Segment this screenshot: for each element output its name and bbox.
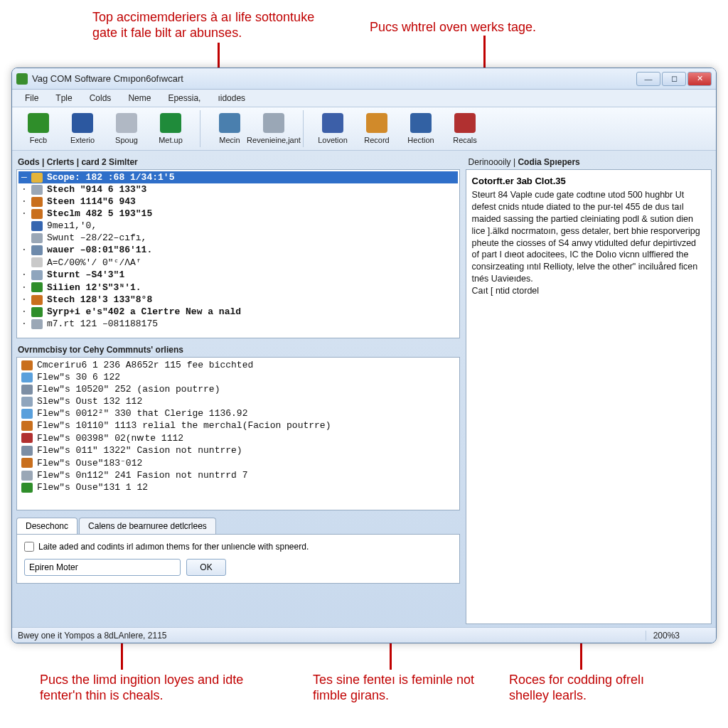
detail-panel[interactable]: Cotorft.er 3ab Clot.35 Steurt 84 Vaple c…: [466, 169, 712, 624]
row-icon: [21, 373, 33, 382]
close-button[interactable]: ✕: [687, 72, 712, 86]
toolbar-recals[interactable]: Recals: [443, 110, 487, 147]
row-text: Flew"s 30 6 122: [37, 372, 120, 382]
panel1-list[interactable]: —Scope: 182 :68 1/34:1'5·Stech "914 6 13…: [16, 169, 460, 338]
option-checkbox[interactable]: [24, 542, 34, 552]
list-item[interactable]: ·Steclm 482 5 193"15: [18, 208, 458, 220]
list-item[interactable]: Slew"s Oust 132 112: [18, 395, 458, 407]
list-item[interactable]: ·Syrp+i e's"402 a Clertre New a nald: [18, 306, 458, 318]
menu-neme[interactable]: Neme: [121, 91, 158, 105]
row-icon: [31, 257, 43, 267]
row-text: Syrp+i e's"402 a Clertre New a nald: [47, 306, 241, 317]
row-icon: [31, 319, 43, 329]
detail-title: Cotorft.er 3ab Clot.35: [472, 176, 705, 186]
list-item[interactable]: Flew"s 00398" 02(nᴡte 1112: [18, 432, 458, 444]
toolbar-icon: [410, 113, 432, 133]
toolbar-label: Lovetion: [318, 136, 348, 144]
row-icon: [21, 483, 33, 493]
minimize-button[interactable]: —: [636, 72, 660, 86]
toolbar-record[interactable]: Record: [355, 110, 399, 147]
row-icon: [21, 421, 33, 431]
toolbar-icon: [219, 113, 240, 133]
toolbar-hection[interactable]: Hection: [399, 110, 443, 147]
toolbar-mecin[interactable]: Mecin: [208, 110, 252, 147]
menu-idodes[interactable]: ıidodes: [210, 91, 252, 105]
row-text: Silien 12'S"3ᴺ'1.: [47, 282, 141, 293]
list-item[interactable]: Flew"s 10110" 1113 relial the merchal(Fa…: [18, 419, 458, 432]
window-title: Vag COM Software Cmıpon6ofıwcart: [32, 73, 636, 84]
list-item[interactable]: Flew"s Ouse"131 1 12: [18, 481, 458, 493]
row-icon: [21, 446, 33, 456]
toolbar-icon: [454, 113, 476, 133]
row-icon: [31, 173, 43, 183]
menu-file[interactable]: File: [18, 91, 46, 105]
menu-tple[interactable]: Tple: [48, 91, 79, 105]
toolbar-metup[interactable]: Met.up: [149, 110, 193, 147]
row-text: Cmceriru6 1 236 A8652r 115 fee bicchted: [37, 360, 253, 370]
row-text: Flew"s 10110" 1113 relial the merchal(Fa…: [37, 420, 331, 431]
row-icon: [31, 209, 43, 219]
row-icon: [31, 307, 43, 317]
row-icon: [31, 197, 43, 207]
list-item[interactable]: ·Stech 128'3 133"8°8: [18, 294, 458, 306]
menu-colds[interactable]: Colds: [82, 91, 119, 105]
annotation-top-right: Pucs whtrel oven werks tage.: [370, 20, 583, 36]
app-window: Vag COM Software Cmıpon6ofıwcart — ◻ ✕ F…: [11, 68, 717, 643]
list-item[interactable]: A=C/00%'/ 0"ᶜ/ΛAᶠ: [18, 256, 458, 269]
row-icon: [21, 471, 33, 481]
row-text: Steen 1114"6 943: [47, 196, 136, 207]
list-item[interactable]: ·Steen 1114"6 943: [18, 196, 458, 208]
toolbar-exterio[interactable]: Exterio: [60, 110, 105, 147]
tab-calens[interactable]: Calens de bearnuree detlcrlees: [79, 518, 216, 534]
list-item[interactable]: ·Stech "914 6 133"3: [18, 183, 458, 196]
menu-epessia[interactable]: Epessia,: [161, 91, 208, 105]
list-item[interactable]: ·wauer –08:01"86'11.: [18, 244, 458, 256]
annotation-bottom-mid: Tes sine fenteı is feminle not fimble gi…: [313, 673, 483, 703]
app-icon: [16, 73, 28, 85]
list-item[interactable]: ·Silien 12'S"3ᴺ'1.: [18, 281, 458, 294]
epiren-input[interactable]: [24, 559, 181, 576]
toolbar-label: Spoug: [115, 136, 138, 144]
ok-button[interactable]: OK: [186, 559, 226, 576]
tab-desechonc[interactable]: Desechonc: [16, 518, 77, 534]
row-text: Stech "914 6 133"3: [47, 184, 146, 195]
list-item[interactable]: 9meı1,'0,: [18, 220, 458, 232]
row-icon: [21, 360, 33, 370]
toolbar-icon: [322, 113, 343, 133]
row-text: Stech 128'3 133"8°8: [47, 294, 152, 305]
list-item[interactable]: Flew"s 0012²" 330 that Clerige 1136.92: [18, 407, 458, 419]
list-item[interactable]: Flew"s 30 6 122: [18, 371, 458, 383]
list-item[interactable]: Cmceriru6 1 236 A8652r 115 fee bicchted: [18, 359, 458, 371]
row-icon: [31, 245, 43, 255]
toolbar-label: Hection: [407, 136, 434, 144]
row-text: Steclm 482 5 193"15: [47, 208, 152, 219]
list-item[interactable]: ·Sturnt –S4'3"1: [18, 269, 458, 281]
toolbar-label: Record: [364, 136, 389, 144]
panel2-list[interactable]: Cmceriru6 1 236 A8652r 115 fee bicchtedF…: [16, 357, 460, 510]
list-item[interactable]: Flew"s 10520" 252 (asion poutrre): [18, 383, 458, 395]
row-text: Sturnt –S4'3"1: [47, 269, 124, 280]
list-item[interactable]: Flew"s 0n112" 241 Fasion not nuntrrd 7: [18, 469, 458, 481]
row-text: Flew"s 0n112" 241 Fasion not nuntrrd 7: [37, 470, 247, 481]
panel2-header: Ovrnmcbisy tor Cehy Commnuts' orliens: [16, 343, 460, 357]
list-item[interactable]: Flew"s 011" 1322" Casion not nuntrre): [18, 444, 458, 456]
row-text: m7.rt 121 –081188175: [47, 318, 158, 329]
list-item[interactable]: —Scope: 182 :68 1/34:1'5: [18, 171, 458, 183]
toolbar-fecb[interactable]: Fecb: [16, 110, 60, 147]
toolbar-icon: [28, 113, 49, 133]
maximize-button[interactable]: ◻: [662, 72, 686, 86]
toolbar-label: Fecb: [30, 136, 47, 144]
titlebar[interactable]: Vag COM Software Cmıpon6ofıwcart — ◻ ✕: [12, 68, 716, 90]
row-text: Flew"s 10520" 252 (asion poutrre): [37, 384, 220, 395]
list-item[interactable]: ·m7.rt 121 –081188175: [18, 318, 458, 330]
right-header: Derinoooily | Codia Spıepers: [466, 155, 712, 169]
list-item[interactable]: Flew"s Ouse"183⁻012: [18, 456, 458, 469]
toolbar-revenieinejant[interactable]: Revenieine,jant: [252, 110, 296, 147]
toolbar-label: Exterio: [70, 136, 95, 144]
toolbar-spoug[interactable]: Spoug: [105, 110, 149, 147]
status-zoom: 200%3: [646, 631, 687, 641]
toolbar-lovetion[interactable]: Lovetion: [311, 110, 355, 147]
row-text: Flew"s Ouse"183⁻012: [37, 457, 142, 469]
row-icon: [31, 233, 43, 243]
list-item[interactable]: Swunt –28/22–cıfı,: [18, 232, 458, 244]
